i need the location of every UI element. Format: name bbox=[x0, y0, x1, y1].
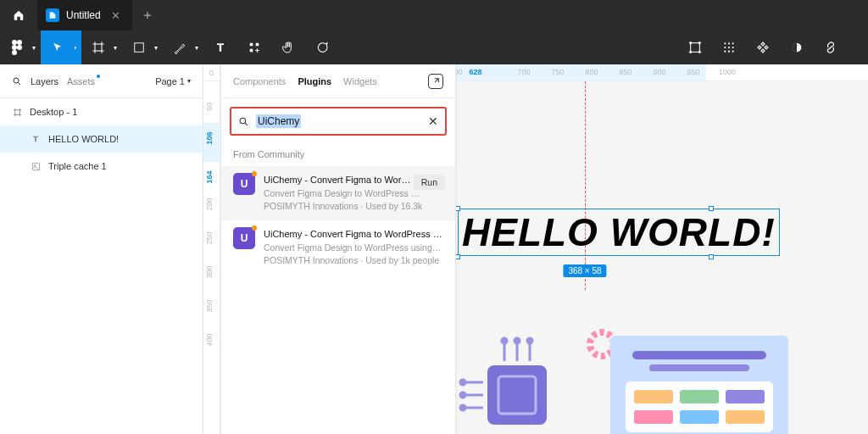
svg-point-32 bbox=[527, 338, 532, 343]
svg-point-28 bbox=[460, 380, 465, 385]
ruler-tick: 106 bbox=[205, 131, 214, 144]
close-tab-button[interactable]: ✕ bbox=[108, 9, 124, 22]
svg-point-36 bbox=[240, 118, 246, 124]
hand-tool[interactable] bbox=[271, 31, 305, 64]
run-plugin-button[interactable]: Run bbox=[414, 175, 445, 190]
decoration-cpu bbox=[458, 336, 576, 434]
component-button[interactable] bbox=[712, 31, 746, 64]
plugin-meta: POSIMYTH Innovations · Used by 1k people bbox=[264, 254, 443, 268]
section-title-community: From Community bbox=[221, 144, 455, 166]
shape-tool[interactable] bbox=[122, 31, 156, 64]
search-value: UiChemy bbox=[256, 114, 301, 128]
plugin-result[interactable]: U UiChemy - Convert Figma to WordPress (… bbox=[221, 220, 455, 275]
svg-rect-5 bbox=[135, 43, 144, 53]
svg-point-31 bbox=[502, 338, 507, 343]
tab-components[interactable]: Components bbox=[233, 76, 286, 86]
file-tab-title: Untitled bbox=[66, 9, 101, 21]
ruler-tick: 950 bbox=[687, 68, 699, 76]
ruler-tick: 1000 bbox=[719, 68, 736, 76]
svg-point-11 bbox=[698, 42, 700, 43]
plugin-subtitle: Convert Figma Design to WordPress using … bbox=[264, 242, 443, 255]
move-tool[interactable] bbox=[41, 31, 75, 64]
comment-tool[interactable] bbox=[305, 31, 339, 64]
layer-row-frame[interactable]: Desktop - 1 bbox=[0, 98, 203, 125]
plugin-icon: U bbox=[233, 173, 255, 195]
svg-point-2 bbox=[12, 45, 17, 50]
chevron-down-icon: ▾ bbox=[187, 77, 191, 85]
link-button[interactable] bbox=[814, 31, 848, 64]
svg-point-21 bbox=[728, 51, 730, 53]
text-node-hello[interactable]: HELLO WORLD! bbox=[458, 209, 780, 256]
boolean-button[interactable] bbox=[780, 31, 814, 64]
ruler-tick: 900 bbox=[653, 68, 665, 76]
ruler-tick: 628 bbox=[469, 68, 481, 76]
file-tab[interactable]: Untitled ✕ bbox=[37, 0, 132, 31]
svg-point-12 bbox=[689, 51, 691, 53]
tab-plugins[interactable]: Plugins bbox=[298, 76, 331, 86]
layer-row-image[interactable]: Triple cache 1 bbox=[0, 153, 203, 180]
layer-label: HELLO WORLD! bbox=[48, 134, 119, 144]
page-selector[interactable]: Page 1 ▾ bbox=[155, 76, 191, 86]
svg-point-24 bbox=[14, 78, 19, 83]
svg-point-1 bbox=[17, 40, 22, 45]
svg-point-3 bbox=[17, 45, 22, 50]
frame-tool[interactable] bbox=[81, 31, 115, 64]
plugin-meta: POSIMYTH Innovations · Used by 16.3k bbox=[264, 200, 443, 214]
plugin-search-input[interactable]: UiChemy ✕ bbox=[230, 107, 447, 136]
assets-tab[interactable]: Assets bbox=[67, 76, 95, 86]
ruler-tick: 700 bbox=[517, 68, 530, 76]
ruler-origin: 0 bbox=[203, 64, 220, 81]
ruler-tick: 800 bbox=[585, 68, 598, 76]
svg-point-19 bbox=[732, 47, 734, 48]
search-icon bbox=[238, 116, 249, 127]
ruler-tick: 50 bbox=[205, 103, 214, 111]
tab-widgets[interactable]: Widgets bbox=[343, 76, 377, 86]
layer-label: Triple cache 1 bbox=[48, 161, 107, 171]
svg-point-13 bbox=[698, 51, 700, 53]
update-dot-icon bbox=[97, 75, 100, 78]
expand-panel-button[interactable] bbox=[428, 74, 443, 89]
svg-rect-25 bbox=[32, 163, 39, 170]
ruler-vertical: 50106164200250300350400 bbox=[203, 81, 220, 434]
svg-point-30 bbox=[515, 338, 520, 343]
selection-handle[interactable] bbox=[709, 254, 714, 259]
svg-rect-33 bbox=[487, 365, 547, 425]
layers-panel: Layers Assets Page 1 ▾ Desktop - 1 HELLO… bbox=[0, 64, 203, 434]
ruler-tick: 850 bbox=[619, 68, 632, 76]
plugin-icon: U bbox=[233, 227, 255, 249]
ruler-tick: 300 bbox=[205, 265, 214, 278]
svg-point-20 bbox=[724, 51, 726, 53]
layers-tab[interactable]: Layers bbox=[31, 76, 58, 86]
home-button[interactable] bbox=[0, 0, 37, 31]
svg-point-15 bbox=[728, 42, 730, 44]
svg-point-17 bbox=[724, 47, 726, 48]
new-tab-button[interactable] bbox=[132, 10, 163, 20]
svg-point-29 bbox=[460, 405, 465, 410]
ruler-tick: 250 bbox=[205, 231, 214, 244]
svg-point-27 bbox=[460, 392, 465, 398]
plugin-result[interactable]: U UiChemy - Convert Figma to Wor… Conver… bbox=[221, 166, 455, 220]
pen-tool[interactable] bbox=[163, 31, 197, 64]
svg-point-18 bbox=[728, 47, 730, 48]
layer-row-text[interactable]: HELLO WORLD! bbox=[0, 125, 203, 153]
text-icon bbox=[31, 134, 41, 144]
figma-menu-button[interactable] bbox=[0, 31, 34, 64]
edit-object-button[interactable] bbox=[678, 31, 712, 64]
svg-rect-8 bbox=[250, 49, 253, 53]
mask-button[interactable] bbox=[746, 31, 780, 64]
guide-line[interactable] bbox=[585, 81, 586, 290]
layer-label: Desktop - 1 bbox=[30, 107, 77, 117]
clear-search-button[interactable]: ✕ bbox=[428, 114, 438, 128]
svg-rect-9 bbox=[691, 43, 700, 53]
image-icon bbox=[31, 161, 41, 171]
selection-handle[interactable] bbox=[709, 206, 714, 211]
resources-tool[interactable] bbox=[237, 31, 271, 64]
svg-rect-7 bbox=[256, 43, 259, 47]
svg-point-26 bbox=[34, 164, 36, 166]
search-icon[interactable] bbox=[12, 76, 22, 86]
svg-point-10 bbox=[689, 42, 691, 43]
text-tool[interactable] bbox=[203, 31, 237, 64]
frame-icon bbox=[12, 107, 22, 117]
ruler-tick: 200 bbox=[205, 198, 214, 210]
svg-point-14 bbox=[724, 42, 726, 44]
